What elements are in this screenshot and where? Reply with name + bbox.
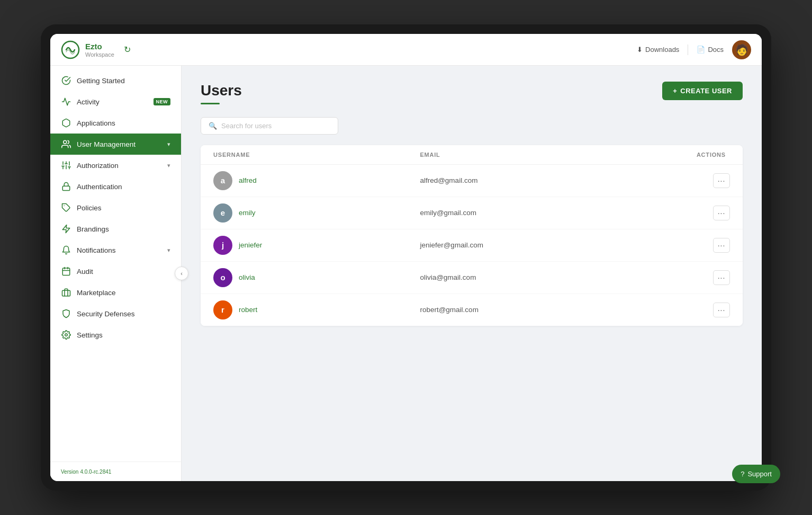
svg-rect-14 [62, 268, 70, 276]
user-name-cell: e emily [213, 203, 420, 223]
table-row: e emily emily@gmail.com ··· [201, 197, 743, 229]
user-email: olivia@gmail.com [420, 273, 626, 281]
actions-cell: ··· [627, 270, 730, 285]
search-input[interactable] [221, 122, 330, 130]
search-input-wrap: 🔍 [201, 117, 338, 135]
user-username[interactable]: alfred [239, 176, 257, 184]
user-username[interactable]: emily [239, 209, 256, 217]
avatar-face: 🧑 [735, 43, 748, 56]
user-management-chevron: ▾ [167, 141, 170, 148]
policies-label: Policies [77, 204, 170, 212]
sidebar-item-authentication[interactable]: Authentication [50, 176, 181, 197]
notifications-label: Notifications [77, 246, 162, 254]
version-number: 4.0.0-rc.2841 [80, 469, 111, 475]
sidebar-version: Version 4.0.0-rc.2841 [50, 461, 181, 481]
col-header-actions: ACTIONS [627, 152, 730, 158]
table-body: a alfred alfred@gmail.com ··· e emily em… [201, 165, 743, 326]
sliders-icon [61, 160, 71, 171]
search-wrapper: 🔍 [201, 117, 743, 135]
user-avatar: j [213, 236, 232, 255]
docs-link[interactable]: 📄 Docs [697, 46, 724, 54]
svg-rect-18 [62, 290, 70, 296]
svg-marker-13 [62, 225, 70, 233]
version-label: Version [61, 469, 78, 475]
sidebar-item-authorization[interactable]: Authorization ▾ [50, 155, 181, 176]
action-menu-button[interactable]: ··· [713, 173, 730, 188]
user-username[interactable]: jeniefer [239, 241, 262, 249]
check-circle-icon [61, 75, 71, 86]
sidebar-item-audit[interactable]: Audit [50, 261, 181, 282]
table-header: USERNAME EMAIL ACTIONS [201, 145, 743, 165]
sidebar-collapse-button[interactable]: ‹ [175, 267, 188, 280]
action-menu-button[interactable]: ··· [713, 238, 730, 253]
bell-icon [61, 245, 71, 255]
tag-icon [61, 202, 71, 213]
svg-point-1 [64, 140, 67, 144]
user-username[interactable]: olivia [239, 273, 255, 281]
activity-label: Activity [77, 98, 148, 106]
downloads-link[interactable]: ⬇ Downloads [637, 46, 679, 54]
plus-icon: + [673, 87, 677, 95]
user-email: alfred@gmail.com [420, 176, 626, 184]
page-header: Users + CREATE USER [201, 82, 743, 104]
sidebar-item-policies[interactable]: Policies [50, 197, 181, 218]
user-management-label: User Management [77, 140, 162, 148]
sidebar-item-security-defenses[interactable]: Security Defenses [50, 303, 181, 324]
create-user-label: CREATE USER [680, 87, 732, 95]
support-label: Support [747, 470, 772, 478]
authorization-chevron: ▾ [167, 162, 170, 169]
col-header-username: USERNAME [213, 152, 420, 158]
audit-label: Audit [77, 268, 170, 276]
action-menu-button[interactable]: ··· [713, 206, 730, 220]
user-email: robert@gmail.com [420, 306, 626, 314]
table-row: j jeniefer jeniefer@gmail.com ··· [201, 229, 743, 262]
user-email: jeniefer@gmail.com [420, 241, 626, 249]
search-icon: 🔍 [209, 122, 217, 130]
app-window: Ezto Workspace ↻ ⬇ Downloads 📄 Docs 🧑 [50, 34, 762, 481]
brandings-label: Brandings [77, 225, 170, 233]
support-icon: ? [741, 470, 744, 478]
table-row: o olivia olivia@gmail.com ··· [201, 262, 743, 294]
calendar-icon [61, 266, 71, 277]
download-icon: ⬇ [637, 46, 643, 54]
activity-icon [61, 96, 71, 107]
settings-label: Settings [77, 331, 170, 339]
sidebar-item-settings[interactable]: Settings [50, 324, 181, 345]
refresh-icon[interactable]: ↻ [124, 45, 131, 55]
sidebar-item-activity[interactable]: Activity NEW [50, 91, 181, 112]
sidebar-nav: Getting Started Activity NEW [50, 66, 181, 461]
sidebar-item-applications[interactable]: Applications [50, 112, 181, 134]
topbar-divider [688, 45, 688, 55]
action-menu-button[interactable]: ··· [713, 270, 730, 285]
support-button[interactable]: ? Support [732, 465, 780, 483]
notifications-chevron: ▾ [167, 247, 170, 254]
user-avatar: r [213, 300, 232, 319]
table-row: r robert robert@gmail.com ··· [201, 294, 743, 326]
security-defenses-label: Security Defenses [77, 310, 170, 318]
user-name-cell: o olivia [213, 268, 420, 287]
user-name-cell: j jeniefer [213, 236, 420, 255]
brand-logo-icon [61, 40, 80, 59]
sidebar-item-getting-started[interactable]: Getting Started [50, 70, 181, 91]
shield-icon [61, 308, 71, 319]
user-username[interactable]: robert [239, 306, 257, 314]
authentication-label: Authentication [77, 183, 170, 191]
action-menu-button[interactable]: ··· [713, 303, 730, 317]
main-layout: ‹ Getting Started Activity [50, 66, 762, 481]
page-title: Users [201, 82, 242, 100]
marketplace-label: Marketplace [77, 289, 170, 297]
sidebar-item-brandings[interactable]: Brandings [50, 218, 181, 239]
user-name-cell: a alfred [213, 171, 420, 190]
sidebar-item-notifications[interactable]: Notifications ▾ [50, 239, 181, 261]
svg-point-19 [65, 334, 68, 336]
actions-cell: ··· [627, 238, 730, 253]
user-avatar: e [213, 203, 232, 223]
create-user-button[interactable]: + CREATE USER [662, 82, 743, 100]
sidebar-item-user-management[interactable]: User Management ▾ [50, 134, 181, 155]
table-row: a alfred alfred@gmail.com ··· [201, 165, 743, 197]
sidebar-item-marketplace[interactable]: Marketplace [50, 282, 181, 303]
users-icon [61, 139, 71, 149]
docs-label: Docs [708, 46, 724, 54]
avatar[interactable]: 🧑 [732, 40, 751, 59]
actions-cell: ··· [627, 173, 730, 188]
